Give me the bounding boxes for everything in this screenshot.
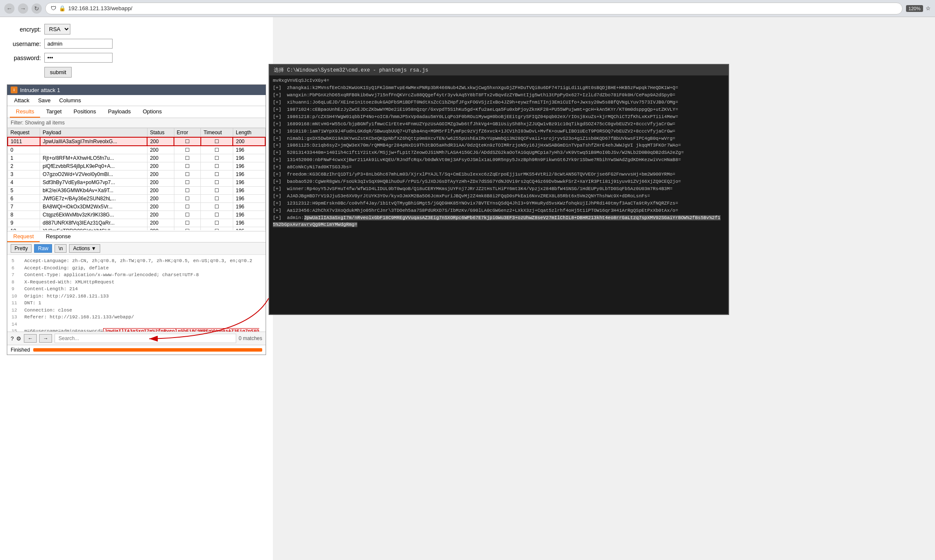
search-next-btn[interactable]: → [39, 334, 52, 343]
cell-request: 8 [8, 211, 40, 219]
raw-line-10: 10 Origin: http://192.168.121.133 [12, 293, 261, 300]
terminal-line: [+] 16899168:mNtvHG+W55cG/bjpBGNfy1fmwcC… [273, 121, 725, 128]
submit-button[interactable]: submit [44, 67, 72, 78]
newline-btn[interactable]: \n [55, 244, 67, 253]
submit-row: submit [7, 67, 266, 78]
tab-positions[interactable]: Positions [68, 106, 102, 118]
cell-status: 200 [147, 219, 174, 227]
terminal-line: [+] winner:Rp4oyY5JvSFHuT4fw/WfW1D4LIDUL… [273, 186, 725, 193]
cell-request: 1 [8, 154, 40, 162]
encrypt-select[interactable]: RSA [44, 24, 70, 35]
raw-line-6: 6 Accept-Encoding: gzip, deflate [12, 265, 261, 272]
cell-request: 9 [8, 219, 40, 227]
terminal-line: [+] wangxin:PbPGnXzhD65xqRFB0kib6wvj715n… [273, 92, 725, 99]
cell-status: 200 [147, 203, 174, 211]
menu-attack[interactable]: Attack [10, 96, 34, 105]
cell-request: 10 [8, 227, 40, 231]
terminal-body[interactable]: mvRxgVnVEqSJcIvXGy4=[+] zhangkai:k2MVnsf… [269, 75, 728, 314]
cell-length: 196 [233, 195, 265, 203]
raw-content[interactable]: 5 Accept-Language: zh-CN, zh;q=0.8, zh-T… [7, 255, 266, 332]
tab-options[interactable]: Options [137, 106, 168, 118]
search-input[interactable] [55, 334, 236, 343]
username-input[interactable] [44, 39, 113, 49]
actions-btn[interactable]: Actions ▼ [69, 244, 100, 253]
star-icon[interactable]: ☆ [926, 5, 931, 12]
password-input[interactable] [44, 53, 113, 63]
cell-payload: JWfGE7z+/BAy36e2SUN82hL... [40, 195, 148, 203]
table-row[interactable]: 7 BA8WQI+iOkOx3DM2Wx5Vr... 200 ☐ ☐ 196 [8, 203, 265, 211]
col-status: Status [147, 128, 174, 138]
cell-error: ☐ [174, 227, 201, 231]
table-row[interactable]: 2 plQfEzvbbRS4j8pLK9ePq0+A... 200 ☐ ☐ 19… [8, 162, 265, 170]
help-icon[interactable]: ? [11, 335, 14, 342]
raw-btn[interactable]: Raw [34, 244, 52, 253]
cell-error: ☐ [174, 179, 201, 187]
cell-request: 0 [8, 146, 40, 154]
search-bar: ? ⚙ ← → 0 matches [7, 332, 266, 345]
back-button[interactable]: ← [4, 3, 14, 14]
status-text: Finished [11, 347, 30, 353]
cell-timeout: ☐ [201, 219, 233, 227]
status-progress-bar [33, 348, 262, 352]
table-row[interactable]: 5 bK2/e/A36GMWKb4Av+Xa9T... 200 ☐ ☐ 196 [8, 187, 265, 195]
req-tab-request[interactable]: Request [7, 231, 40, 242]
col-payload: Payload [40, 128, 148, 138]
username-row: username: [7, 39, 266, 49]
terminal-titlebar: 选择 C:\Windows\System32\cmd.exe - phantom… [269, 65, 728, 75]
settings-icon[interactable]: ⚙ [16, 335, 21, 342]
cell-timeout: ☐ [201, 162, 233, 170]
cell-payload: bK2/e/A36GMWKb4Av+Xa9T... [40, 187, 148, 195]
menu-save[interactable]: Save [34, 96, 55, 105]
webapp-panel: encrypt: RSA username: password: submit … [0, 17, 273, 560]
cell-status: 200 [147, 170, 174, 179]
address-bar[interactable]: 🛡 🔒 192.168.121.133/webapp/ [45, 3, 903, 14]
tab-payloads[interactable]: Payloads [102, 106, 136, 118]
raw-line-11: 11 DNT: 1 [12, 300, 261, 307]
tab-results[interactable]: Results [10, 106, 40, 118]
table-row[interactable]: 9 d887UNRX8fVq3IEAz31QaRr... 200 ☐ ☐ 196 [8, 219, 265, 227]
forward-button[interactable]: → [18, 3, 28, 14]
terminal-title: 选择 C:\Windows\System32\cmd.exe - phantom… [274, 66, 428, 74]
table-row[interactable]: 8 Ctqpz6EkWxMbv3zKr9KI38G... 200 ☐ ☐ 196 [8, 211, 265, 219]
cell-request: 5 [8, 187, 40, 195]
table-row[interactable]: 4 Sdf3hBy7VdEy8a+poMG7vp7... 200 ☐ ☐ 196 [8, 179, 265, 187]
cell-payload: Ctqpz6EkWxMbv3zKr9KI38G... [40, 211, 148, 219]
table-row[interactable]: 6 JWfGE7z+/BAy36e2SUN82hL... 200 ☐ ☐ 196 [8, 195, 265, 203]
cell-payload: plQfEzvbbRS4j8pLK9ePq0+A... [40, 162, 148, 170]
encrypt-row: encrypt: RSA [7, 24, 266, 35]
req-tab-response[interactable]: Response [40, 231, 77, 242]
cell-length: 196 [233, 203, 265, 211]
search-prev-btn[interactable]: ← [24, 334, 37, 343]
table-row[interactable]: 3 O7gzoO2Wd+V2VeoI0y0mBl... 200 ☐ ☐ 196 [8, 170, 265, 179]
menu-columns[interactable]: Columns [55, 96, 85, 105]
cell-length: 196 [233, 219, 265, 227]
cell-timeout: ☐ [201, 137, 233, 146]
col-request: Request [8, 128, 40, 138]
col-error: Error [174, 128, 201, 138]
intruder-titlebar: i Intruder attack 1 [7, 85, 266, 95]
terminal-line: [+] 19861125:Dz1qb6syZ+jmQW3eX70m/rQMMB4… [273, 142, 725, 149]
cell-length: 196 [233, 187, 265, 195]
browser-chrome: ← → ↻ 🛡 🔒 192.168.121.133/webapp/ 120% ☆ [0, 0, 935, 17]
refresh-button[interactable]: ↻ [32, 3, 42, 14]
cell-length: 196 [233, 170, 265, 179]
table-row[interactable]: 0 200 ☐ ☐ 196 [8, 146, 265, 154]
terminal-line: [+] 131452000:nbFNwF4cwxXjBwr211Ak9iLvKQ… [273, 157, 725, 164]
cell-timeout: ☐ [201, 203, 233, 211]
cell-length: 196 [233, 162, 265, 170]
cell-timeout: ☐ [201, 187, 233, 195]
table-row[interactable]: 10 XV2mEqTPRO98GldpXMGUI... 200 ☐ ☐ 196 [8, 227, 265, 231]
terminal-line: [+] zhangkai:k2MVnsfEeCnb2KwUoK1SyQ1FKlG… [273, 85, 725, 92]
table-row[interactable]: 1 Rjt+o/8RFM+AXhwHLO5fn7u... 200 ☐ ☐ 196 [8, 154, 265, 162]
cell-error: ☐ [174, 170, 201, 179]
pretty-btn[interactable]: Pretty [11, 244, 32, 253]
tab-target[interactable]: Target [40, 106, 67, 118]
cell-length: 196 [233, 179, 265, 187]
cell-request: 1011 [8, 137, 40, 146]
table-row[interactable]: 1011 JpwUaIlIA3aSxgI7m/nRveolxG... 200 ☐… [8, 137, 265, 146]
results-table-container[interactable]: Request Payload Status Error Timeout Len… [7, 128, 266, 230]
terminal-line: [+] nimabi:gxDX5DwbKO19A3KYwoZstKCbeQKQp… [273, 136, 725, 142]
raw-line-13: 13 Referer: http://192.168.121.133/webap… [12, 314, 261, 321]
intruder-menu-bar: Attack Save Columns [7, 95, 266, 106]
cell-error: ☐ [174, 187, 201, 195]
